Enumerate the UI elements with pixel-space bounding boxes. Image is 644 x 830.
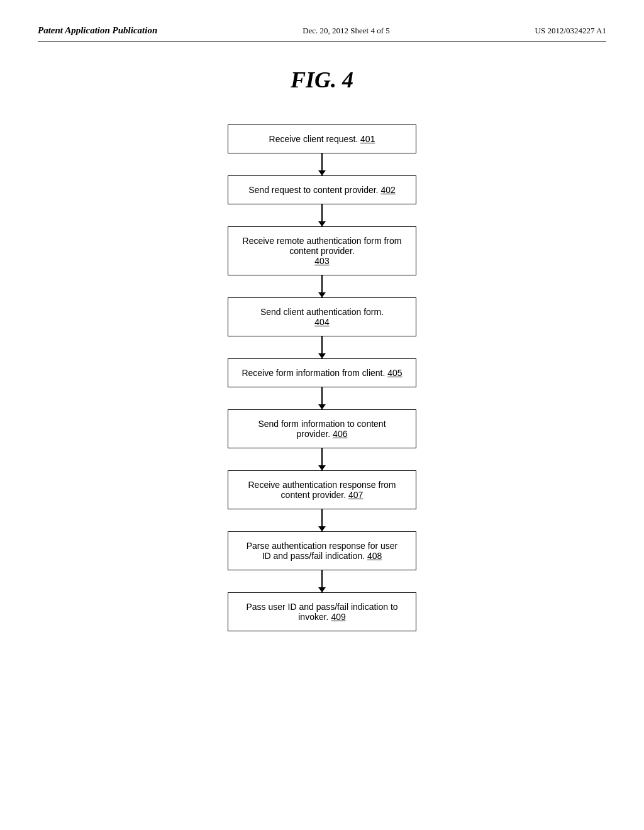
flow-box-401: Receive client request. 401: [228, 124, 416, 153]
step-408-text: Parse authentication response for user I…: [247, 541, 397, 561]
connector-404-405: [321, 336, 323, 358]
flow-box-402: Send request to content provider. 402: [228, 175, 416, 204]
figure-title: FIG. 4: [38, 67, 606, 93]
connector-405-406: [321, 387, 323, 409]
flow-box-403: Receive remote authentication form from …: [228, 226, 416, 275]
step-406-num: 406: [333, 429, 347, 439]
header-publication-label: Patent Application Publication: [38, 25, 157, 36]
step-403-num: 403: [314, 256, 329, 266]
flow-box-404: Send client authentication form.404: [228, 297, 416, 336]
step-403-text: Receive remote authentication form from …: [243, 236, 402, 266]
connector-407-408: [321, 509, 323, 531]
step-401-num: 401: [360, 134, 375, 144]
step-409-text: Pass user ID and pass/fail indication to…: [246, 602, 397, 622]
step-409-num: 409: [331, 612, 345, 622]
flowchart: Receive client request. 401 Send request…: [38, 124, 606, 631]
flow-box-408: Parse authentication response for user I…: [228, 531, 416, 570]
connector-406-407: [321, 448, 323, 470]
step-405-num: 405: [387, 368, 402, 378]
connector-402-403: [321, 204, 323, 226]
step-402-num: 402: [380, 185, 395, 195]
flow-box-405: Receive form information from client. 40…: [228, 358, 416, 387]
step-401-text: Receive client request. 401: [269, 134, 375, 144]
header-date-sheet: Dec. 20, 2012 Sheet 4 of 5: [303, 26, 390, 36]
connector-401-402: [321, 153, 323, 175]
step-407-text: Receive authentication response from con…: [248, 480, 396, 500]
connector-408-409: [321, 570, 323, 592]
step-404-text: Send client authentication form.404: [260, 307, 384, 327]
page: Patent Application Publication Dec. 20, …: [0, 0, 644, 830]
flow-box-407: Receive authentication response from con…: [228, 470, 416, 509]
flow-box-409: Pass user ID and pass/fail indication to…: [228, 592, 416, 631]
header-patent-number: US 2012/0324227 A1: [535, 26, 606, 36]
page-header: Patent Application Publication Dec. 20, …: [38, 25, 606, 42]
step-405-text: Receive form information from client. 40…: [242, 368, 402, 378]
step-404-num: 404: [314, 317, 329, 327]
step-407-num: 407: [348, 490, 363, 500]
step-402-text: Send request to content provider. 402: [248, 185, 396, 195]
step-408-num: 408: [367, 551, 382, 561]
step-406-text: Send form information to content provide…: [258, 419, 386, 439]
flow-box-406: Send form information to content provide…: [228, 409, 416, 448]
connector-403-404: [321, 275, 323, 297]
